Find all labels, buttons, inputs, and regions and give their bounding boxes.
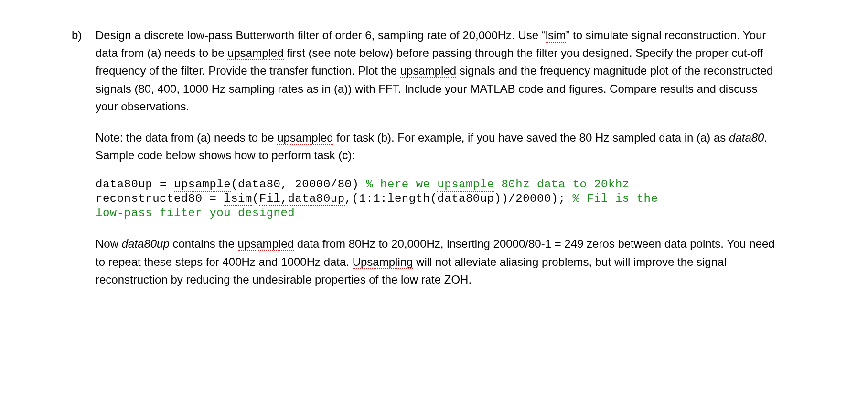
text: for task (b). For example, if you have s…	[333, 131, 729, 144]
squiggle-upsampled: upsampled	[238, 237, 294, 251]
code-block: data80up = upsample(data80, 20000/80) % …	[96, 177, 782, 220]
code-comment: 80hz data to 20khz	[494, 178, 630, 191]
code-text: data80up =	[96, 178, 174, 191]
code-text: reconstructed80 =	[96, 192, 224, 205]
code-squiggle-upsample: upsample	[437, 178, 494, 192]
squiggle-upsampled: upsampled	[277, 131, 333, 145]
code-comment: % here we	[366, 178, 437, 191]
paragraph-note: Note: the data from (a) needs to be upsa…	[96, 129, 782, 164]
document-page: b) Design a discrete low-pass Butterwort…	[0, 0, 868, 330]
paragraph-main: Design a discrete low-pass Butterworth f…	[96, 26, 782, 115]
squiggle-lsim: lsim	[546, 29, 566, 43]
squiggle-upsampled: upsampled	[227, 46, 283, 60]
code-comment: is the	[608, 192, 658, 205]
code-comment: low-pass filter you designed	[96, 207, 295, 219]
code-comment: %	[572, 192, 587, 205]
code-comment: Fil	[587, 192, 608, 205]
list-marker: b)	[72, 26, 96, 44]
text: Note: the data from (a) needs to be	[96, 131, 277, 144]
squiggle-upsampled: upsampled	[400, 64, 456, 78]
code-text: (data80, 20000/80)	[231, 178, 366, 191]
italic-data80up: data80up	[122, 237, 170, 250]
text: contains the	[170, 237, 238, 250]
text: Now	[96, 237, 122, 250]
squiggle-upsampling: Upsampling	[353, 255, 413, 269]
code-squiggle-lsim: lsim	[224, 192, 252, 206]
italic-data80: data80	[729, 131, 764, 144]
paragraph-explain: Now data80up contains the upsampled data…	[96, 235, 782, 288]
list-content: Design a discrete low-pass Butterworth f…	[96, 26, 782, 302]
code-squiggle-upsample: upsample	[174, 178, 231, 192]
code-text: (	[252, 192, 259, 205]
list-item-b: b) Design a discrete low-pass Butterwort…	[72, 26, 782, 302]
text: Design a discrete low-pass Butterworth f…	[96, 29, 546, 42]
code-squiggle-grammar: Fil,data80up	[259, 192, 345, 206]
code-text: ,(1:1:length(data80up))/20000);	[345, 192, 573, 205]
